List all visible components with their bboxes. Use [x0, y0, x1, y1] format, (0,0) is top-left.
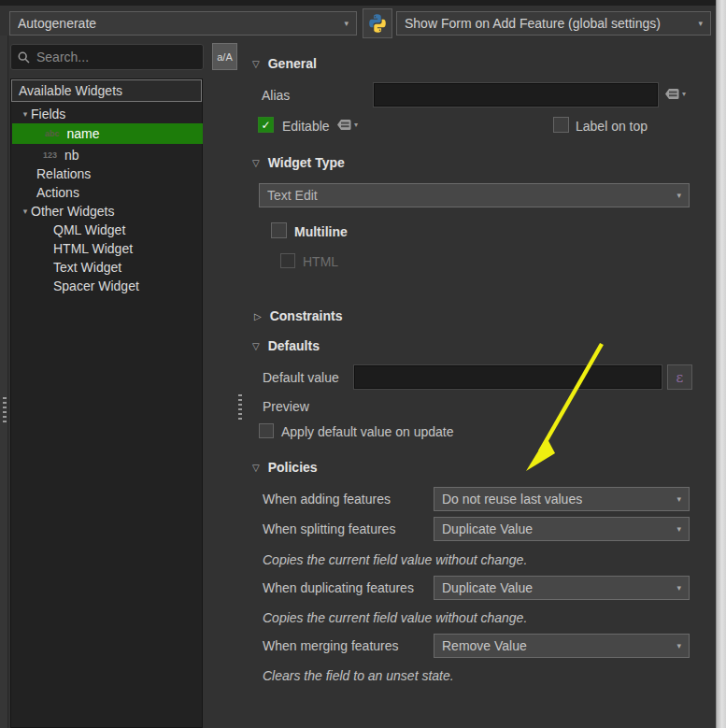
layout-mode-dropdown[interactable]: Autogenerate ▾ [9, 11, 357, 36]
when-splitting-value: Duplicate Value [442, 521, 671, 536]
chevron-expanded-icon: ▾ [20, 207, 31, 216]
form-open-behavior-value: Show Form on Add Feature (global setting… [405, 16, 692, 31]
section-title: General [268, 56, 317, 71]
apply-default-on-update-label: Apply default value on update [281, 424, 453, 439]
tree-item-relations[interactable]: Relations [12, 164, 203, 183]
widget-search[interactable] [10, 44, 204, 70]
section-title: Policies [268, 460, 318, 475]
epsilon-expression-icon: ε [676, 369, 684, 386]
multiline-label: Multiline [294, 224, 348, 239]
section-title: Defaults [268, 338, 320, 353]
tree-item-label: Text Widget [53, 260, 121, 275]
data-defined-override-icon [664, 87, 680, 101]
when-adding-dropdown[interactable]: Do not reuse last values ▾ [434, 487, 690, 511]
section-general[interactable]: ▽ General [252, 56, 317, 71]
annotation-arrow [514, 335, 617, 479]
tree-item-label: Spacer Widget [53, 278, 139, 293]
section-expanded-icon: ▽ [252, 463, 260, 473]
tree-item-nb[interactable]: 123 nb [12, 145, 203, 164]
section-expanded-icon: ▽ [252, 158, 260, 168]
html-checkbox [280, 253, 295, 268]
chevron-down-icon: ▾ [338, 19, 349, 28]
layout-mode-value: Autogenerate [18, 16, 338, 31]
duplicating-policy-help: Copies the current field value without c… [263, 610, 527, 625]
available-widgets-header: Available Widgets [11, 79, 202, 102]
tree-item-name[interactable]: abc name [12, 123, 203, 144]
tree-item-label: QML Widget [53, 222, 125, 237]
chevron-down-icon: ▾ [692, 19, 703, 28]
form-open-behavior-dropdown[interactable]: Show Form on Add Feature (global setting… [396, 11, 711, 36]
section-collapsed-icon: ▷ [254, 311, 262, 321]
widget-type-dropdown[interactable]: Text Edit ▾ [259, 183, 690, 207]
tree-item-other-widgets[interactable]: ▾ Other Widgets [12, 201, 203, 221]
label-on-top-label: Label on top [576, 119, 648, 134]
default-value-input-wrap [354, 365, 662, 389]
tree-item-label: nb [64, 148, 79, 163]
when-duplicating-dropdown[interactable]: Duplicate Value ▾ [434, 576, 690, 600]
tree-item-actions[interactable]: Actions [12, 182, 203, 202]
chevron-expanded-icon: ▾ [20, 109, 31, 119]
html-label: HTML [303, 254, 338, 269]
tree-item-spacer-widget[interactable]: Spacer Widget [12, 276, 203, 295]
chevron-down-icon: ▾ [354, 121, 358, 129]
search-input[interactable] [36, 50, 196, 64]
vertical-scrollbar[interactable] [716, 0, 726, 728]
tree-item-fields[interactable]: ▾ Fields [12, 104, 203, 123]
dock-splitter-handle[interactable] [3, 397, 7, 423]
panel-splitter-handle[interactable] [238, 394, 242, 421]
search-icon [18, 51, 30, 64]
when-splitting-dropdown[interactable]: Duplicate Value ▾ [434, 517, 690, 541]
attributes-form-settings-panel: Autogenerate ▾ Show Form on Add Feature … [0, 0, 726, 728]
expression-builder-button[interactable]: ε [667, 364, 692, 390]
available-widgets-panel: Available Widgets ▾ Fields abc name 123 … [10, 79, 203, 728]
section-title: Widget Type [268, 155, 345, 170]
when-splitting-label: When splitting features [263, 521, 395, 536]
splitting-policy-help: Copies the current field value without c… [263, 552, 527, 567]
tree-item-label: name [67, 126, 100, 141]
section-title: Constraints [270, 308, 343, 323]
tree-item-qml-widget[interactable]: QML Widget [12, 220, 203, 239]
when-adding-label: When adding features [263, 492, 391, 507]
alias-input[interactable] [375, 84, 657, 106]
widget-type-value: Text Edit [267, 188, 671, 203]
preview-label: Preview [263, 399, 309, 414]
available-widgets-title: Available Widgets [19, 83, 122, 98]
chevron-down-icon: ▾ [671, 494, 681, 504]
label-on-top-checkbox[interactable] [553, 117, 569, 133]
check-icon: ✓ [261, 119, 270, 132]
when-duplicating-value: Duplicate Value [442, 580, 671, 595]
data-defined-override-icon [336, 118, 352, 132]
section-constraints[interactable]: ▷ Constraints [254, 308, 343, 323]
chevron-down-icon: ▾ [671, 641, 681, 650]
apply-default-on-update-checkbox[interactable] [259, 423, 274, 438]
editable-checkbox[interactable]: ✓ [258, 117, 274, 133]
editable-override-button[interactable]: ▾ [336, 118, 358, 132]
when-merging-dropdown[interactable]: Remove Value ▾ [434, 634, 690, 658]
tree-item-text-widget[interactable]: Text Widget [12, 257, 203, 277]
numeric-field-type-icon: 123 [43, 150, 57, 160]
section-defaults[interactable]: ▽ Defaults [252, 338, 320, 353]
tree-item-label: Relations [36, 166, 91, 181]
tree-item-label: Actions [36, 185, 79, 200]
dock-edge [0, 36, 8, 728]
section-expanded-icon: ▽ [252, 341, 260, 351]
when-merging-value: Remove Value [442, 638, 671, 653]
alias-input-wrap [374, 83, 658, 107]
case-sensitive-toggle[interactable]: a/A [212, 43, 237, 70]
case-toggle-label: a/A [217, 51, 233, 63]
section-widget-type[interactable]: ▽ Widget Type [252, 155, 345, 170]
window-top-edge [0, 0, 726, 6]
tree-item-html-widget[interactable]: HTML Widget [12, 238, 203, 258]
python-init-function-button[interactable] [363, 8, 392, 38]
text-field-type-icon: abc [45, 129, 60, 138]
default-value-input[interactable] [355, 366, 661, 388]
alias-override-button[interactable]: ▾ [664, 87, 686, 101]
when-duplicating-label: When duplicating features [263, 580, 414, 595]
multiline-checkbox[interactable] [271, 222, 287, 238]
tree-item-label: Other Widgets [31, 204, 114, 219]
chevron-down-icon: ▾ [682, 90, 686, 98]
when-adding-value: Do not reuse last values [442, 492, 671, 507]
alias-label: Alias [262, 88, 290, 103]
section-policies[interactable]: ▽ Policies [252, 460, 318, 475]
tree-item-label: Fields [31, 107, 65, 121]
